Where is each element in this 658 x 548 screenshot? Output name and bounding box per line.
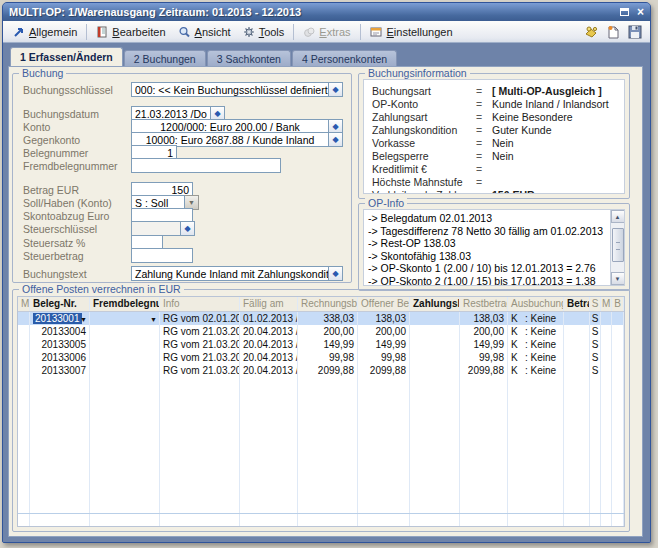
buchungsschluessel-dropdown-button[interactable]: ◆ [329, 82, 343, 97]
steuerschluessel-dropdown-button[interactable]: ◆ [181, 221, 195, 236]
edit-document-icon [96, 26, 108, 38]
empty-table-row [18, 481, 624, 494]
window-body: 1 Erfassen/Ändern 2 Buchungen 3 Sachkont… [3, 43, 650, 542]
menu-einstellungen[interactable]: Einstellungen [364, 24, 459, 40]
buchungstext-field[interactable]: Zahlung Kunde Inland mit Zahlungskonditi… [131, 266, 329, 281]
field-label: Buchungstext [23, 268, 131, 280]
empty-table-row [18, 429, 624, 442]
menu-separator [293, 24, 294, 40]
scroll-down-icon[interactable]: ▼ [611, 272, 625, 285]
scroll-up-icon[interactable]: ▲ [611, 210, 625, 223]
totals-row [18, 513, 624, 526]
info-row: Buchungsart=[ Multi-OP-Ausgleich ] [372, 84, 618, 97]
buchungsinformation-panel: Buchungsart=[ Multi-OP-Ausgleich ] OP-Ko… [363, 79, 625, 194]
info-row: Kreditlimit €= [372, 162, 618, 175]
info-row: Höchste Mahnstufe= [372, 175, 618, 188]
field-label: Konto [23, 121, 131, 133]
title-bar: MULTI-OP: 1/Warenausgang Zeitraum: 01.20… [3, 3, 650, 21]
group-buchungsinformation: Buchungsinformation Buchungsart=[ Multi-… [358, 73, 630, 199]
app-window: MULTI-OP: 1/Warenausgang Zeitraum: 01.20… [2, 2, 651, 543]
empty-table-row [18, 403, 624, 416]
menu-separator [86, 24, 87, 40]
menu-bar: Allgemein Bearbeiten Ansicht Tools Extra… [3, 21, 650, 43]
menu-tools[interactable]: Tools [237, 24, 291, 40]
op-info-line: -> Tagesdifferenz 78 Netto 30 fällig am … [364, 225, 610, 238]
field-label: Fremdbelegnummer [23, 160, 131, 172]
group-buchung: Buchung Buchungsschlüssel 000: << Kein B… [12, 73, 352, 283]
menu-allgemein[interactable]: Allgemein [7, 24, 83, 40]
group-buchungsinformation-title: Buchungsinformation [365, 67, 470, 79]
menu-extras: Extras [297, 24, 356, 40]
field-label: Betrag EUR [23, 184, 131, 196]
save-button[interactable] [624, 24, 646, 40]
empty-table-row [18, 390, 624, 403]
empty-table-row [18, 377, 624, 390]
op-info-panel: -> Belegdatum 02.01.2013 -> Tagesdiffere… [363, 209, 625, 286]
group-offene-posten-title: Offene Posten verrechnen in EUR [19, 283, 184, 295]
info-row: Belegsperre=Nein [372, 149, 618, 162]
beleg-dropdown-icon[interactable]: ▼ [80, 313, 87, 325]
scrollbar-thumb[interactable] [612, 228, 624, 262]
tab-personenkonten[interactable]: 4 Personenkonten [292, 50, 397, 66]
op-info-line: -> Belegdatum 02.01.2013 [364, 212, 610, 225]
steuerschluessel-field[interactable] [131, 221, 181, 236]
table-row[interactable]: 20133005 RG vom 21.03.2013 20.04.2013 /S… [18, 338, 624, 351]
group-op-info: OP-Info -> Belegdatum 02.01.2013 -> Tage… [358, 203, 630, 291]
info-row: OP-Konto=Kunde Inland / Inlandsort [372, 97, 618, 110]
selected-cell[interactable]: 20133001 [33, 313, 82, 324]
menu-ansicht[interactable]: Ansicht [172, 24, 237, 40]
op-info-line: -> OP-Skonto 2 (1.00 / 15) bis 17.01.201… [364, 275, 610, 285]
tab-strip: 1 Erfassen/Ändern 2 Buchungen 3 Sachkont… [8, 47, 643, 66]
menu-separator [360, 24, 361, 40]
empty-table-row [18, 416, 624, 429]
restore-button[interactable] [620, 6, 629, 18]
table-row[interactable]: 20133004 RG vom 21.03.2013 20.04.2013 /S… [18, 325, 624, 338]
extras-icon [303, 26, 315, 38]
op-info-line: -> Rest-OP 138.03 [364, 237, 610, 250]
tab-page: Buchung Buchungsschlüssel 000: << Kein B… [8, 66, 643, 537]
empty-table-row [18, 468, 624, 481]
new-document-button[interactable] [603, 24, 624, 40]
field-label: Gegenkonto [23, 134, 131, 146]
table-filler-rows [18, 377, 624, 513]
steuerbetrag-field[interactable] [131, 248, 193, 263]
buchungstext-dropdown-button[interactable]: ◆ [329, 266, 343, 281]
offene-posten-table: M Beleg-Nr. Fremdbelegnummer Info Fällig… [17, 296, 625, 527]
coins-icon [583, 25, 599, 39]
magnifier-icon [178, 26, 191, 38]
menu-bearbeiten[interactable]: Bearbeiten [90, 24, 171, 40]
window-title: MULTI-OP: 1/Warenausgang Zeitraum: 01.20… [9, 6, 620, 18]
field-label: Steuersatz % [23, 237, 131, 249]
empty-table-row [18, 494, 624, 507]
info-row: Verbleibende Zahlung=150 EUR [372, 188, 618, 194]
gear-icon [243, 26, 255, 38]
close-button[interactable]: × [637, 7, 644, 17]
table-header-row: M Beleg-Nr. Fremdbelegnummer Info Fällig… [18, 297, 624, 312]
table-row[interactable]: 20133007 RG vom 21.03.2013 20.04.2013 /S… [18, 364, 624, 377]
field-label: Steuerschlüssel [23, 223, 131, 235]
field-label: Skontoabzug Euro [23, 210, 131, 222]
fremdbelegnummer-field[interactable] [131, 158, 281, 173]
info-row: Zahlungsart=Keine Besondere [372, 110, 618, 123]
tab-buchungen[interactable]: 2 Buchungen [124, 50, 206, 66]
op-info-line: -> Skontofähig 138.03 [364, 250, 610, 263]
group-offene-posten: Offene Posten verrechnen in EUR M Beleg-… [12, 289, 630, 532]
group-buchung-title: Buchung [19, 67, 66, 79]
fremdbeleg-dropdown-icon[interactable]: ▼ [150, 313, 157, 325]
empty-table-row [18, 442, 624, 455]
empty-table-row [18, 455, 624, 468]
table-row[interactable]: 20133006 RG vom 21.03.2013 20.04.2013 /S… [18, 351, 624, 364]
field-label: Belegnummer [23, 147, 131, 159]
tab-sachkonten[interactable]: 3 Sachkonten [207, 50, 291, 66]
table-row[interactable]: 20133001▼ ▼ RG vom 02.01.2013 01.02.2013… [18, 312, 624, 325]
info-row: Vorkasse=Nein [372, 136, 618, 149]
save-icon [628, 25, 642, 39]
restore-icon [620, 8, 629, 16]
buchungsschluessel-field[interactable]: 000: << Kein Buchungsschlüssel definiert… [131, 82, 329, 97]
tab-erfassen-aendern[interactable]: 1 Erfassen/Ändern [10, 47, 123, 66]
info-row: Zahlungskondition=Guter Kunde [372, 123, 618, 136]
op-info-scrollbar[interactable]: ▲ ▼ [610, 210, 624, 285]
field-label: Soll/Haben (Konto) [23, 197, 131, 209]
booking-tool-button[interactable] [579, 24, 603, 40]
new-document-icon [607, 25, 620, 39]
